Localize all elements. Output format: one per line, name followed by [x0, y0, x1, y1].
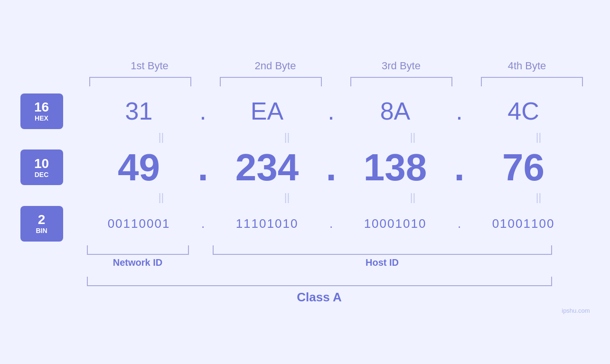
dec-byte2: 234	[215, 146, 319, 189]
network-id-label: Network ID	[87, 257, 189, 268]
bin-base-num: 2	[38, 213, 46, 226]
dec-byte3: 138	[343, 146, 448, 189]
hex-byte3: 8A	[343, 97, 448, 125]
top-bracket-1	[89, 77, 191, 86]
hex-base-num: 16	[34, 101, 49, 114]
hex-dot2: .	[319, 97, 343, 125]
bin-byte1: 00110001	[87, 216, 191, 231]
top-bracket-4	[481, 77, 583, 86]
dec-dot1: .	[191, 146, 215, 189]
bin-dot3: .	[448, 216, 471, 231]
bin-dot2: .	[319, 216, 343, 231]
hex-dot1: .	[191, 97, 215, 125]
bin-byte4: 01001100	[471, 216, 576, 231]
dec-base-num: 10	[34, 157, 49, 170]
top-bracket-2	[220, 77, 322, 86]
hex-base-name: HEX	[35, 115, 48, 121]
eq2-hex-dec: ||	[236, 131, 338, 143]
bottom-bracket-host	[213, 245, 552, 255]
watermark: ipshu.com	[562, 307, 590, 314]
byte1-header: 1st Byte	[97, 60, 202, 72]
top-bracket-3	[350, 77, 452, 86]
hex-dot3: .	[448, 97, 471, 125]
host-id-label: Host ID	[213, 257, 552, 268]
bin-byte3: 10001010	[343, 216, 448, 231]
class-bracket	[87, 277, 552, 286]
byte2-header: 2nd Byte	[223, 60, 328, 72]
eq1-dec-bin: ||	[110, 191, 213, 204]
bin-dot1: .	[191, 216, 215, 231]
eq3-hex-dec: ||	[362, 131, 464, 143]
bin-label-box: 2 BIN	[20, 206, 63, 242]
hex-byte4: 4C	[471, 97, 576, 125]
dec-byte4: 76	[471, 146, 576, 189]
byte4-header: 4th Byte	[475, 60, 579, 72]
bottom-bracket-network	[87, 245, 189, 255]
hex-byte1: 31	[87, 97, 191, 125]
hex-label-box: 16 HEX	[20, 93, 63, 129]
byte3-header: 3rd Byte	[349, 60, 453, 72]
eq4-hex-dec: ||	[488, 131, 590, 143]
dec-dot3: .	[448, 146, 471, 189]
dec-dot2: .	[319, 146, 343, 189]
dec-byte1: 49	[87, 146, 191, 189]
dec-base-name: DEC	[35, 171, 49, 178]
class-label: Class A	[87, 290, 552, 305]
eq2-dec-bin: ||	[236, 191, 338, 204]
bin-base-name: BIN	[36, 227, 47, 234]
eq3-dec-bin: ||	[362, 191, 464, 204]
hex-byte2: EA	[215, 97, 319, 125]
dec-label-box: 10 DEC	[20, 149, 63, 185]
bin-byte2: 11101010	[215, 216, 319, 231]
eq1-hex-dec: ||	[110, 131, 213, 143]
eq4-dec-bin: ||	[488, 191, 590, 204]
